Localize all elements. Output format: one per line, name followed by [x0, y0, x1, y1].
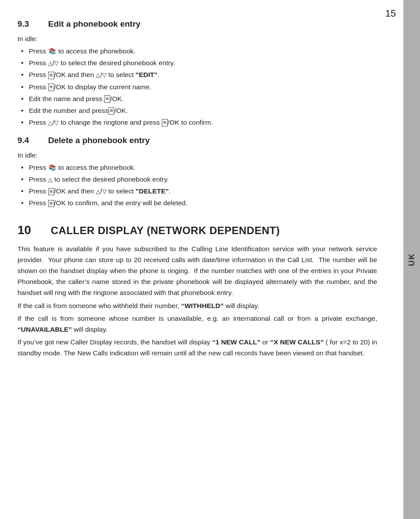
list-item: Press △/▽ to select the desired phoneboo… [21, 58, 377, 68]
up-icon: △ [96, 187, 100, 196]
down-icon: ▽ [102, 71, 107, 80]
section-10-number: 10 [18, 221, 33, 239]
list-item: Press 📚 to access the phonebook. [21, 46, 377, 56]
section-10-para-1: This feature is available if you have su… [18, 244, 377, 298]
list-item: Edit the number and press≡/OK. [21, 105, 377, 116]
section-93-in-idle: In idle: [18, 34, 377, 44]
content-area: 9.3 Edit a phonebook entry In idle: Pres… [0, 0, 403, 519]
list-item: Press ≡/OK and then △/▽ to select "EDIT"… [21, 70, 377, 80]
side-tab-label: UK [407, 253, 416, 266]
section-10-para-4: If you’ve got new Caller Display records… [18, 337, 377, 359]
section-93-title: Edit a phonebook entry [48, 18, 140, 30]
section-94-number: 9.4 [18, 134, 35, 147]
list-item: Edit the name and press ≡/OK. [21, 94, 377, 104]
section-10-title: CALLER DISPLAY (NETWORK DEPENDENT) [51, 222, 280, 238]
menu-icon: ≡ [48, 84, 54, 91]
up-icon: △ [48, 175, 52, 184]
section-10-para-2: If the call is from someone who withheld… [18, 301, 377, 312]
up-icon: △ [48, 119, 52, 127]
book-icon: 📚 [49, 47, 56, 56]
menu-icon: ≡ [104, 95, 110, 102]
section-10-para-3: If the call is from someone whose number… [18, 313, 377, 335]
page-number: 15 [385, 8, 396, 19]
page: 15 UK 9.3 Edit a phonebook entry In idle… [0, 0, 420, 519]
list-item: Press 📚 to access the phonebook. [21, 162, 377, 173]
section-94-header: 9.4 Delete a phonebook entry [18, 134, 377, 147]
list-item: Press △ to select the desired phonebook … [21, 174, 377, 185]
section-94-bullets: Press 📚 to access the phonebook. Press △… [21, 162, 377, 208]
menu-icon: ≡ [162, 119, 168, 126]
down-icon: ▽ [54, 59, 59, 68]
section-94-title: Delete a phonebook entry [48, 134, 150, 147]
list-item: Press △/▽ to change the ringtone and pre… [21, 117, 377, 128]
list-item: Press ≡/OK and then △/▽ to select "DELET… [21, 186, 377, 196]
section-93-header: 9.3 Edit a phonebook entry [18, 18, 377, 30]
menu-icon: ≡ [48, 188, 54, 195]
menu-icon: ≡ [108, 107, 115, 114]
section-10-header: 10 CALLER DISPLAY (NETWORK DEPENDENT) [18, 221, 377, 239]
up-icon: △ [96, 71, 100, 80]
list-item: Press ≡/OK to display the current name. [21, 82, 377, 92]
section-93-number: 9.3 [18, 18, 35, 30]
section-93-bullets: Press 📚 to access the phonebook. Press △… [21, 46, 377, 127]
section-94-in-idle: In idle: [18, 150, 377, 161]
down-icon: ▽ [102, 187, 107, 196]
menu-icon: ≡ [48, 200, 54, 207]
list-item: Press ≡/OK to confirm, and the entry wil… [21, 198, 377, 208]
side-tab: UK [403, 0, 420, 519]
menu-icon: ≡ [48, 72, 54, 79]
up-icon: △ [48, 59, 52, 68]
section-94: 9.4 Delete a phonebook entry In idle: Pr… [18, 134, 377, 209]
section-93: 9.3 Edit a phonebook entry In idle: Pres… [18, 18, 377, 128]
section-10: 10 CALLER DISPLAY (NETWORK DEPENDENT) Th… [18, 221, 377, 358]
book-icon: 📚 [49, 163, 56, 173]
down-icon: ▽ [54, 119, 59, 127]
